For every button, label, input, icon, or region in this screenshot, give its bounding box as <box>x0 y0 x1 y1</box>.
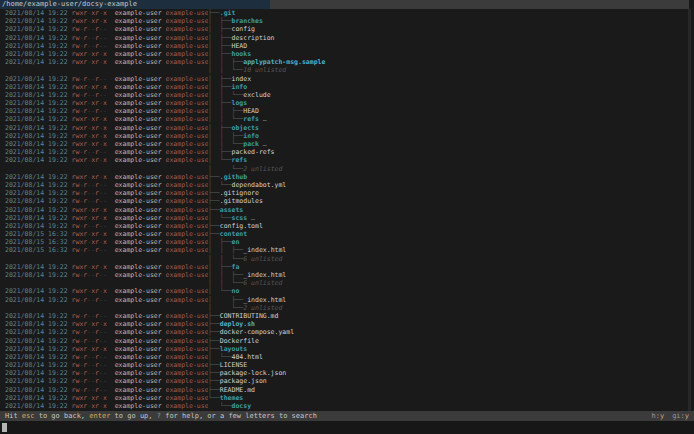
permissions: rwxr-xr-x <box>72 115 107 123</box>
tree-row[interactable]: 2021/08/14 19:22 rwxr-xr-x example-user … <box>0 394 694 402</box>
tree-row[interactable]: 2021/08/14 19:22 rw-r--r-- example-user … <box>0 328 694 336</box>
entry-name: HEAD <box>243 107 259 115</box>
file-meta: 2021/08/15 16:32 rw-r--r-- example-user … <box>0 246 208 254</box>
tree-row[interactable]: │ └──2 unlisted <box>0 165 694 173</box>
file-meta <box>0 304 208 312</box>
tree-row[interactable]: 2021/08/14 19:22 rwxr-xr-x example-user … <box>0 9 694 17</box>
tree-row[interactable]: 2021/08/14 19:22 rw-r--r-- example-user … <box>0 353 694 361</box>
tree-row[interactable]: 2021/08/14 19:22 rwxr-xr-x example-user … <box>0 320 694 328</box>
scrollbar[interactable] <box>688 9 691 411</box>
group-name: example-user <box>166 115 208 123</box>
tree-cell: │ └──2 unlisted <box>208 304 694 312</box>
tree-cell: │ │ ├──_index.html <box>208 246 694 254</box>
permissions: rwxr-xr-x <box>72 345 107 353</box>
tree-row[interactable]: 2021/08/14 19:22 rwxr-xr-x example-user … <box>0 214 694 222</box>
file-meta: 2021/08/14 19:22 rwxr-xr-x example-user … <box>0 394 208 402</box>
tree-branch-lines: └── <box>208 394 220 402</box>
tree-row[interactable]: 2021/08/14 19:22 rwxr-xr-x example-user … <box>0 115 694 123</box>
tree-row[interactable]: │ │ └──10 unlisted <box>0 66 694 74</box>
tree-row[interactable]: 2021/08/14 19:22 rw-r--r-- example-user … <box>0 42 694 50</box>
modified-date: 2021/08/14 19:22 <box>5 214 72 222</box>
tree-row[interactable]: 2021/08/14 19:22 rwxr-xr-x example-user … <box>0 156 694 164</box>
owner-name: example-user <box>115 287 166 295</box>
tree-row[interactable]: 2021/08/14 19:22 rw-r--r-- example-user … <box>0 91 694 99</box>
tree-cell: ├──docker-compose.yaml <box>208 328 694 336</box>
modified-date: 2021/08/14 19:22 <box>5 312 72 320</box>
modified-date: 2021/08/14 19:22 <box>5 83 72 91</box>
group-name: example-user <box>166 361 208 369</box>
entry-name: .github <box>220 173 247 181</box>
tree-row[interactable]: 2021/08/15 16:32 rwxr-xr-x example-user … <box>0 230 694 238</box>
modified-date: 2021/08/14 19:22 <box>5 206 72 214</box>
unlisted-note: 6 unlisted <box>243 279 282 287</box>
tree-row[interactable]: 2021/08/14 19:22 rwxr-xr-x example-user … <box>0 345 694 353</box>
tree-row[interactable]: 2021/08/14 19:22 rw-r--r-- example-user … <box>0 197 694 205</box>
tree-row[interactable]: 2021/08/14 19:22 rw-r--r-- example-user … <box>0 271 694 279</box>
permissions: rwxr-xr-x <box>72 402 107 410</box>
text-cursor <box>2 423 7 432</box>
tree-row[interactable]: 2021/08/14 19:22 rw-r--r-- example-user … <box>0 25 694 33</box>
tree-row[interactable]: 2021/08/14 19:22 rw-r--r-- example-user … <box>0 189 694 197</box>
tree-row[interactable]: 2021/08/14 19:22 rw-r--r-- example-user … <box>0 34 694 42</box>
tree-row[interactable]: 2021/08/14 19:22 rwxr-xr-x example-user … <box>0 58 694 66</box>
modified-date: 2021/08/14 19:22 <box>5 99 72 107</box>
tree-row[interactable]: 2021/08/14 19:22 rw-r--r-- example-user … <box>0 181 694 189</box>
tree-cell: │ │ └──pack … <box>208 140 694 148</box>
tree-row[interactable]: 2021/08/14 19:22 rw-r--r-- example-user … <box>0 75 694 83</box>
tree-row[interactable]: 2021/08/14 19:22 rwxr-xr-x example-user … <box>0 50 694 58</box>
tree-row[interactable]: 2021/08/14 19:22 rw-r--r-- example-user … <box>0 369 694 377</box>
tree-branch-lines: ├── <box>208 230 220 238</box>
group-name: example-user <box>166 337 208 345</box>
file-meta: 2021/08/14 19:22 rw-r--r-- example-user … <box>0 361 208 369</box>
tree-row[interactable]: 2021/08/14 19:22 rw-r--r-- example-user … <box>0 361 694 369</box>
tree-row[interactable]: 2021/08/14 19:22 rw-r--r-- example-user … <box>0 148 694 156</box>
owner-name: example-user <box>115 337 166 345</box>
search-input-line[interactable] <box>0 421 694 434</box>
tree-row[interactable]: 2021/08/15 16:32 rwxr-xr-x example-user … <box>0 238 694 246</box>
owner-name: example-user <box>115 181 166 189</box>
permissions: rwxr-xr-x <box>72 230 107 238</box>
tree-branch-lines: ├── <box>208 206 220 214</box>
tree-branch-lines: ├── <box>208 369 220 377</box>
tree-row[interactable]: 2021/08/14 19:22 rwxr-xr-x example-user … <box>0 173 694 181</box>
entry-name: _index.html <box>243 271 286 279</box>
tree-row[interactable]: 2021/08/14 19:22 rwxr-xr-x example-user … <box>0 17 694 25</box>
tree-row[interactable]: 2021/08/14 19:22 rwxr-xr-x example-user … <box>0 287 694 295</box>
tree-row[interactable]: 2021/08/14 19:22 rwxr-xr-x example-user … <box>0 206 694 214</box>
file-meta: 2021/08/14 19:22 rw-r--r-- example-user … <box>0 296 208 304</box>
tree-row[interactable]: 2021/08/14 19:22 rw-r--r-- example-user … <box>0 377 694 385</box>
tree-row[interactable]: │ └──2 unlisted <box>0 304 694 312</box>
group-name: example-user <box>166 214 208 222</box>
tree-row[interactable]: 2021/08/14 19:22 rwxr-xr-x example-user … <box>0 140 694 148</box>
entry-name: description <box>231 34 274 42</box>
group-name: example-user <box>166 377 208 385</box>
owner-name: example-user <box>115 156 166 164</box>
owner-name: example-user <box>115 296 166 304</box>
owner-name: example-user <box>115 263 166 271</box>
status-hint-text: Hit esc to go back, enter to go up, ? fo… <box>5 411 317 421</box>
tree-row[interactable]: 2021/08/14 19:22 rw-r--r-- example-user … <box>0 337 694 345</box>
tree-row[interactable]: │ │ └──6 unlisted <box>0 255 694 263</box>
owner-name: example-user <box>115 369 166 377</box>
group-name: example-user <box>166 58 208 66</box>
entry-name: index <box>231 75 251 83</box>
tree-row[interactable]: 2021/08/14 19:22 rwxr-xr-x example-user … <box>0 263 694 271</box>
file-meta: 2021/08/15 16:32 rwxr-xr-x example-user … <box>0 238 208 246</box>
tree-row[interactable]: │ │ └──6 unlisted <box>0 279 694 287</box>
tree-row[interactable]: 2021/08/14 19:22 rwxr-xr-x example-user … <box>0 124 694 132</box>
tree-branch-lines: │ ├── <box>208 83 231 91</box>
permissions: rwxr-xr-x <box>72 394 107 402</box>
tree-row[interactable]: 2021/08/14 19:22 rwxr-xr-x example-user … <box>0 132 694 140</box>
tree-branch-lines: │ └── <box>208 353 231 361</box>
file-meta: 2021/08/14 19:22 rw-r--r-- example-user … <box>0 75 208 83</box>
owner-name: example-user <box>115 17 166 25</box>
tree-row[interactable]: 2021/08/14 19:22 rw-r--r-- example-user … <box>0 222 694 230</box>
tree-row[interactable]: 2021/08/15 16:32 rw-r--r-- example-user … <box>0 246 694 254</box>
tree-row[interactable]: 2021/08/14 19:22 rw-r--r-- example-user … <box>0 296 694 304</box>
tree-row[interactable]: 2021/08/14 19:22 rwxr-xr-x example-user … <box>0 99 694 107</box>
tree-row[interactable]: 2021/08/14 19:22 rwxr-xr-x example-user … <box>0 402 694 410</box>
tree-row[interactable]: 2021/08/14 19:22 rw-r--r-- example-user … <box>0 386 694 394</box>
tree-row[interactable]: 2021/08/14 19:22 rw-r--r-- example-user … <box>0 107 694 115</box>
tree-row[interactable]: 2021/08/14 19:22 rw-r--r-- example-user … <box>0 312 694 320</box>
tree-row[interactable]: 2021/08/14 19:22 rwxr-xr-x example-user … <box>0 83 694 91</box>
